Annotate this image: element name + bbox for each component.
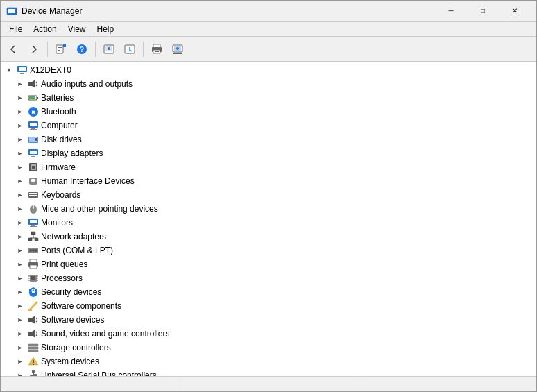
- root-label: X12DEXT0: [30, 65, 71, 75]
- svg-rect-2: [10, 15, 14, 15]
- toolbar-update[interactable]: [120, 40, 139, 59]
- expand-button[interactable]: ►: [15, 78, 26, 90]
- expand-button[interactable]: ►: [15, 148, 26, 159]
- tree-item[interactable]: ►Audio inputs and outputs: [1, 77, 536, 91]
- toolbar-forward[interactable]: [24, 40, 44, 59]
- tree-item[interactable]: ►Storage controllers: [1, 341, 536, 355]
- expand-button[interactable]: ►: [15, 356, 26, 367]
- expand-button[interactable]: ►: [15, 287, 26, 298]
- expand-button[interactable]: ►: [15, 342, 26, 353]
- print-icon: [28, 259, 39, 270]
- tree-item-label: Monitors: [41, 218, 73, 228]
- toolbar: ?: [1, 37, 536, 62]
- svg-rect-92: [28, 332, 32, 336]
- tree-item-label: Keyboards: [41, 190, 80, 200]
- expand-button[interactable]: ►: [15, 162, 26, 173]
- hid-icon: [28, 176, 39, 187]
- tree-item-label: Security devices: [41, 287, 101, 297]
- status-section-1: [3, 377, 180, 391]
- tree-item[interactable]: ►ʙBluetooth: [1, 105, 536, 119]
- svg-rect-77: [30, 265, 37, 269]
- tree-item[interactable]: ►Processors: [1, 271, 536, 285]
- expand-button[interactable]: ►: [15, 189, 26, 201]
- maximize-button[interactable]: □: [467, 1, 499, 22]
- tree-item[interactable]: ►Security devices: [1, 285, 536, 299]
- root-expand[interactable]: ▼: [3, 65, 15, 76]
- menu-bar: File Action View Help: [1, 22, 536, 37]
- title-bar: Device Manager ─ □ ✕: [1, 1, 536, 22]
- svg-rect-52: [31, 193, 33, 194]
- tree-view[interactable]: ▼ X12DEXT0 ►Audio inputs and outputs►Bat…: [1, 62, 536, 376]
- tree-item[interactable]: ►Firmware: [1, 160, 536, 174]
- expand-button[interactable]: ►: [15, 300, 26, 312]
- menu-action[interactable]: Action: [28, 23, 62, 35]
- expand-button[interactable]: ►: [15, 176, 26, 187]
- tree-item[interactable]: ►System devices: [1, 355, 536, 368]
- svg-text:?: ?: [80, 46, 84, 53]
- tree-item[interactable]: ►Human Interface Devices: [1, 174, 536, 188]
- svg-text:ʙ: ʙ: [31, 108, 35, 116]
- tree-item[interactable]: ►Disk drives: [1, 133, 536, 146]
- tree-item[interactable]: ►Ports (COM & LPT): [1, 244, 536, 257]
- expand-button[interactable]: ►: [15, 259, 26, 270]
- expand-button[interactable]: ►: [15, 217, 26, 228]
- tree-item-label: Storage controllers: [41, 343, 111, 352]
- expand-button[interactable]: ►: [15, 92, 26, 103]
- svg-rect-34: [30, 123, 37, 126]
- expand-button[interactable]: ►: [15, 245, 26, 256]
- expand-button[interactable]: ►: [15, 314, 26, 325]
- sound-icon: [28, 328, 39, 339]
- expand-button[interactable]: ►: [15, 203, 26, 214]
- computer-icon: [28, 120, 39, 131]
- svg-rect-5: [58, 49, 62, 49]
- svg-marker-93: [32, 330, 35, 338]
- menu-file[interactable]: File: [3, 23, 28, 35]
- tree-item[interactable]: ►Monitors: [1, 216, 536, 230]
- toolbar-sep-3: [143, 42, 144, 57]
- tree-item-label: Computer: [41, 121, 78, 130]
- tree-item[interactable]: ►Keyboards: [1, 188, 536, 202]
- tree-item[interactable]: ►Universal Serial Bus controllers: [1, 368, 536, 376]
- expand-button[interactable]: ►: [15, 370, 26, 376]
- tree-item[interactable]: ►Mice and other pointing devices: [1, 202, 536, 216]
- tree-item[interactable]: ►Batteries: [1, 91, 536, 105]
- close-button[interactable]: ✕: [499, 1, 531, 22]
- toolbar-back[interactable]: [3, 40, 23, 59]
- window-controls: ─ □ ✕: [435, 1, 531, 22]
- device-manager-window: Device Manager ─ □ ✕ File Action View He…: [0, 0, 537, 392]
- tree-item[interactable]: ►Software components: [1, 299, 536, 313]
- svg-rect-35: [31, 128, 35, 129]
- expand-button[interactable]: ►: [15, 231, 26, 242]
- tree-root[interactable]: ▼ X12DEXT0: [1, 63, 536, 77]
- tree-item-label: Human Interface Devices: [41, 176, 135, 186]
- menu-help[interactable]: Help: [92, 23, 120, 35]
- expand-button[interactable]: ►: [15, 328, 26, 339]
- usb-icon: [28, 370, 39, 376]
- toolbar-scan[interactable]: [99, 40, 119, 59]
- minimize-button[interactable]: ─: [435, 1, 467, 22]
- toolbar-view[interactable]: [168, 40, 187, 59]
- svg-point-39: [35, 138, 37, 141]
- tree-item[interactable]: ►Sound, video and game controllers: [1, 327, 536, 341]
- tree-item[interactable]: ►Computer: [1, 119, 536, 133]
- menu-view[interactable]: View: [62, 23, 92, 35]
- toolbar-sep-1: [47, 42, 48, 57]
- expand-button[interactable]: ►: [15, 106, 26, 117]
- display-icon: [28, 148, 39, 159]
- tree-item[interactable]: ►Network adapters: [1, 230, 536, 244]
- svg-marker-88: [28, 301, 38, 311]
- expand-button[interactable]: ►: [15, 273, 26, 284]
- toolbar-properties[interactable]: [51, 40, 71, 59]
- expand-button[interactable]: ►: [15, 120, 26, 131]
- software-icon: [28, 314, 39, 325]
- toolbar-help[interactable]: ?: [72, 40, 92, 59]
- svg-point-74: [35, 249, 37, 252]
- tree-children: ►Audio inputs and outputs►Batteries►ʙBlu…: [1, 77, 536, 376]
- tree-item[interactable]: ►Software devices: [1, 313, 536, 327]
- expand-button[interactable]: ►: [15, 134, 26, 145]
- toolbar-print[interactable]: [147, 40, 167, 59]
- tree-item[interactable]: ►Print queues: [1, 257, 536, 271]
- toolbar-sep-2: [95, 42, 96, 57]
- tree-item[interactable]: ►Display adapters: [1, 146, 536, 160]
- svg-rect-51: [29, 193, 31, 194]
